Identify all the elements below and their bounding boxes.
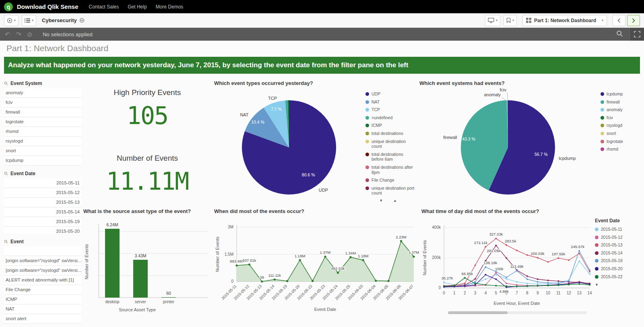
data-point[interactable]: [516, 250, 518, 251]
data-point[interactable]: [516, 284, 518, 286]
data-point[interactable]: [506, 257, 507, 259]
filter-value[interactable]: [origin software="rsyslogd" swVersi...: [4, 266, 81, 275]
legend-item[interactable]: File Change: [365, 178, 415, 183]
fullscreen-button[interactable]: [630, 28, 644, 41]
data-point[interactable]: [589, 269, 590, 271]
data-point[interactable]: [495, 285, 497, 286]
data-point[interactable]: [568, 280, 570, 282]
filter-value[interactable]: anomaly: [4, 88, 81, 98]
filter-value[interactable]: 2015-05-13: [4, 198, 81, 207]
legend-item[interactable]: total destinations: [365, 131, 415, 136]
clear-selections-icon[interactable]: ⊘: [27, 31, 32, 38]
hscrollbar-thumb[interactable]: [448, 311, 508, 314]
data-point[interactable]: [413, 256, 415, 258]
filter-pane-header[interactable]: Event: [4, 237, 81, 246]
data-point[interactable]: [474, 265, 476, 266]
data-point[interactable]: [485, 278, 486, 280]
data-point[interactable]: [474, 284, 476, 286]
data-point[interactable]: [516, 286, 518, 287]
data-point[interactable]: [235, 265, 237, 267]
legend-item[interactable]: >undefined: [365, 115, 415, 120]
data-point[interactable]: [547, 285, 549, 286]
data-point[interactable]: [362, 259, 364, 261]
bookmarks-button[interactable]: ▾: [504, 15, 517, 26]
data-point[interactable]: [474, 278, 476, 279]
filter-value[interactable]: fciv: [4, 98, 81, 108]
filter-value[interactable]: [origin software="rsyslogd" swVersi...: [4, 256, 81, 266]
data-point[interactable]: [506, 278, 507, 279]
legend-item[interactable]: logrotate: [601, 139, 643, 144]
data-point[interactable]: [537, 285, 539, 287]
legend-item[interactable]: 2015-05-13: [595, 242, 644, 248]
filter-value[interactable]: 2015-05-14: [4, 207, 81, 217]
filter-value[interactable]: ALERT exited abnormally with [1]: [4, 275, 81, 285]
filter-value[interactable]: ICMP: [4, 295, 81, 304]
selection-forward-icon[interactable]: ↷: [16, 31, 21, 38]
data-point[interactable]: [547, 282, 549, 284]
data-point[interactable]: [578, 283, 580, 285]
data-point[interactable]: [324, 256, 326, 258]
data-point[interactable]: [286, 280, 288, 282]
data-point[interactable]: [568, 284, 570, 286]
legend-item[interactable]: 2015-05-11: [595, 227, 644, 232]
data-point[interactable]: [526, 275, 528, 277]
data-point[interactable]: [299, 259, 301, 261]
data-point[interactable]: [526, 285, 528, 287]
data-point[interactable]: [464, 285, 466, 287]
legend-item[interactable]: 2015-05-20: [595, 266, 644, 271]
data-point[interactable]: [547, 261, 549, 263]
data-point[interactable]: [526, 278, 528, 280]
data-point[interactable]: [537, 257, 539, 259]
data-point[interactable]: [557, 280, 559, 282]
legend-item[interactable]: 2015-05-14: [595, 250, 644, 256]
legend-item[interactable]: anomaly: [601, 107, 643, 112]
filter-value[interactable]: snort alert: [4, 314, 81, 324]
smart-search-button[interactable]: [610, 30, 630, 39]
filter-pane-header[interactable]: Event Date: [4, 169, 81, 178]
legend-item[interactable]: 2015-05-22: [595, 274, 644, 279]
bar-printer[interactable]: [161, 297, 176, 298]
data-point[interactable]: [464, 283, 466, 284]
filter-value[interactable]: 2015-05-20: [4, 227, 81, 234]
data-point[interactable]: [474, 283, 476, 284]
data-point[interactable]: [261, 280, 263, 282]
data-point[interactable]: [516, 270, 518, 271]
topbar-link[interactable]: Get Help: [128, 4, 147, 10]
legend-item[interactable]: 2015-05-19: [595, 258, 644, 263]
filter-value[interactable]: firewall: [4, 108, 81, 117]
data-point[interactable]: [312, 280, 314, 282]
data-point[interactable]: [248, 263, 250, 265]
global-menu-button[interactable]: ▾: [4, 15, 19, 26]
data-point[interactable]: [485, 246, 486, 248]
legend-item[interactable]: rhsmd: [601, 147, 643, 152]
data-point[interactable]: [537, 283, 539, 285]
chart-hscrollbar[interactable]: [448, 311, 587, 314]
data-point[interactable]: [274, 278, 276, 280]
qlik-logo[interactable]: q: [4, 2, 13, 11]
data-point[interactable]: [526, 254, 528, 256]
bar-desktop[interactable]: [105, 229, 120, 298]
line-series-2015-05-13[interactable]: [444, 238, 590, 286]
data-point[interactable]: [443, 281, 445, 283]
legend-item[interactable]: snort: [601, 131, 643, 136]
data-point[interactable]: [388, 280, 390, 282]
data-point[interactable]: [349, 256, 351, 258]
legend-item[interactable]: tcpdump: [601, 91, 643, 97]
data-point[interactable]: [474, 281, 476, 283]
data-point[interactable]: [464, 277, 466, 279]
data-point[interactable]: [589, 284, 590, 286]
legend-scroll-down-icon[interactable]: ▼: [379, 199, 383, 203]
data-point[interactable]: [578, 250, 580, 252]
data-point[interactable]: [495, 238, 497, 239]
bar-server[interactable]: [133, 260, 148, 298]
data-point[interactable]: [400, 240, 402, 242]
data-point[interactable]: [506, 285, 507, 287]
presentation-button[interactable]: ▾: [485, 15, 500, 26]
data-point[interactable]: [506, 277, 507, 278]
filter-value[interactable]: snort: [4, 146, 81, 156]
filter-value[interactable]: logrotate: [4, 117, 81, 127]
legend-item[interactable]: rsyslogd: [601, 123, 643, 128]
data-point[interactable]: [568, 259, 570, 261]
kpi-high-priority-events[interactable]: High Priority Events 105: [92, 88, 203, 128]
sheet-selector[interactable]: Part 1: Network Dashboard ▾: [522, 15, 607, 26]
